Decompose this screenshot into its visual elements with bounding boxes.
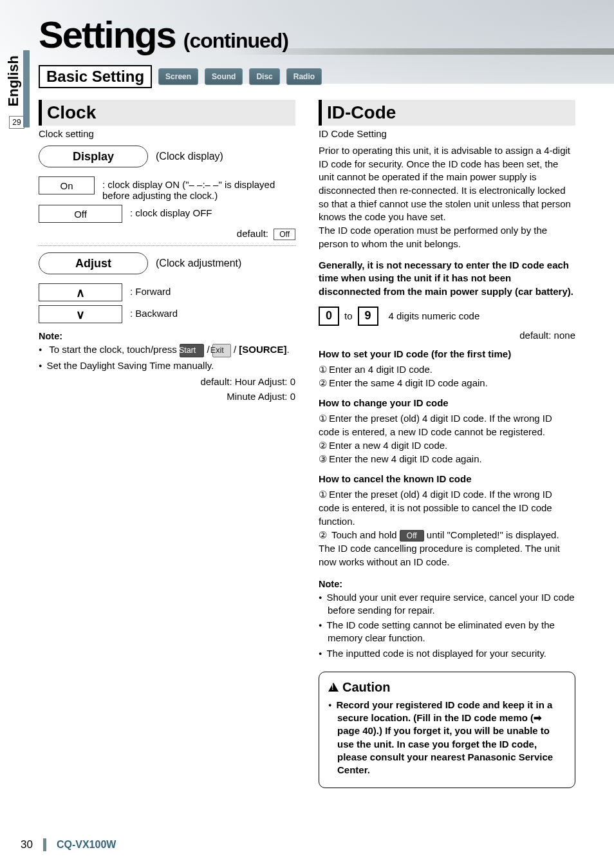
clock-note-1d: . [286,344,289,355]
idcode-default: default: none [319,330,575,341]
how-cancel: How to cancel the known ID code ①Enter t… [319,472,575,569]
chip-screen[interactable]: Screen [158,68,198,85]
how-change-title: How to change your ID code [319,396,575,410]
display-default: default: Off [39,228,295,240]
adjust-backward-text: : Backward [130,305,178,319]
display-off-text: : clock display OFF [130,205,212,218]
caution-title: Caution [342,680,390,695]
col-idcode: ID-Code ID Code Setting Prior to operati… [319,100,575,788]
how-set: How to set your ID code (for the first t… [319,347,575,390]
digits-label: 4 digits numeric code [389,310,480,321]
footer-model: CQ-VX100W [57,839,116,851]
clock-note-list: To start the clock, touch/press Start / … [39,343,295,372]
source-key-label: [SOURCE] [239,344,286,355]
basic-setting-row: Basic Setting Screen Sound Disc Radio [39,65,575,88]
digit-9-box: 9 [358,307,378,326]
basic-setting-label: Basic Setting [39,65,152,88]
footer-page: 30 [21,838,33,851]
caution-box: Caution Record your registered ID code a… [319,672,575,789]
page-subtitle: (continued) [183,29,288,53]
chip-sound[interactable]: Sound [205,68,243,85]
clock-subheading: Clock setting [39,128,295,139]
digits-to: to [344,310,353,321]
how-change-2: ②Enter a new 4 digit ID code. [319,439,575,452]
adjust-backward-box[interactable]: ∨ [39,305,122,323]
display-off-box[interactable]: Off [39,205,122,223]
idcode-generally: Generally, it is not necessary to enter … [319,259,575,299]
chip-disc[interactable]: Disc [249,68,279,85]
idcode-intro-2: The ID code operation must be performed … [319,225,547,249]
off-button[interactable]: Off [400,530,424,542]
caution-title-row: Caution [328,680,566,695]
how-set-2: ②Enter the same 4 digit ID code again. [319,376,575,390]
idcode-subheading: ID Code Setting [319,128,575,139]
how-cancel-title: How to cancel the known ID code [319,472,575,486]
display-on-text: : clock display ON ("– –:– –" is display… [102,176,295,201]
chip-radio[interactable]: Radio [286,68,322,85]
display-default-value: Off [274,229,295,240]
how-change-3: ③Enter the new 4 digit ID code again. [319,452,575,466]
idcode-digits-row: 0 to 9 4 digits numeric code [319,307,575,326]
warning-icon [328,683,339,692]
clock-heading: Clock [39,100,295,126]
clock-note-head: Note: [39,331,295,341]
idcode-intro-1: Prior to operating this unit, it is advi… [319,145,571,222]
page-title: Settings [39,13,176,56]
page-title-row: Settings (continued) [39,13,575,56]
idcode-note-3: The inputted code is not displayed for y… [319,647,575,660]
how-set-title: How to set your ID code (for the first t… [319,347,575,361]
exit-button[interactable]: Exit [212,344,231,357]
caution-body: Record your registered ID code and keep … [328,699,566,777]
start-button[interactable]: Start [180,344,204,357]
adjust-pill-desc: (Clock adjustment) [156,258,241,269]
clock-note-1b: / [234,344,239,355]
adjust-forward-text: : Forward [130,283,171,297]
idcode-note-2: The ID code setting cannot be eliminated… [319,619,575,645]
how-change: How to change your ID code ①Enter the pr… [319,396,575,466]
how-cancel-1: ①Enter the preset (old) 4 digit ID code.… [319,487,575,528]
footer-accent-bar [43,838,46,851]
adjust-default-1: default: Hour Adjust: 0 [39,376,295,387]
digit-0-box: 0 [319,307,339,326]
adjust-default-2: Minute Adjust: 0 [39,391,295,402]
display-pill-desc: (Clock display) [156,151,223,162]
how-set-1: ①Enter an 4 digit ID code. [319,363,575,376]
footer: 30 CQ-VX100W [21,838,116,851]
display-on-box[interactable]: On [39,176,95,194]
display-pill: Display [39,146,148,167]
how-change-1: ①Enter the preset (old) 4 digit ID code.… [319,411,575,439]
how-cancel-2: ② Touch and hold Off until "Completed!" … [319,528,575,569]
clock-note-1: To start the clock, touch/press Start / … [39,343,295,357]
display-default-label: default: [237,228,268,239]
col-clock: Clock Clock setting Display (Clock displ… [39,100,295,788]
adjust-pill: Adjust [39,252,148,274]
idcode-note-list: Should your unit ever require service, c… [319,591,575,660]
caution-list: Record your registered ID code and keep … [328,699,566,777]
idcode-intro: Prior to operating this unit, it is advi… [319,144,575,251]
idcode-note-head: Note: [319,579,575,589]
clock-note-1a: To start the clock, touch/press [49,344,180,355]
divider [39,245,295,246]
adjust-forward-box[interactable]: ∧ [39,283,122,301]
idcode-note-1: Should your unit ever require service, c… [319,591,575,618]
how-cancel-2a: Touch and hold [331,529,400,540]
clock-note-2: Set the Daylight Saving Time manually. [39,359,295,372]
idcode-heading: ID-Code [319,100,575,126]
